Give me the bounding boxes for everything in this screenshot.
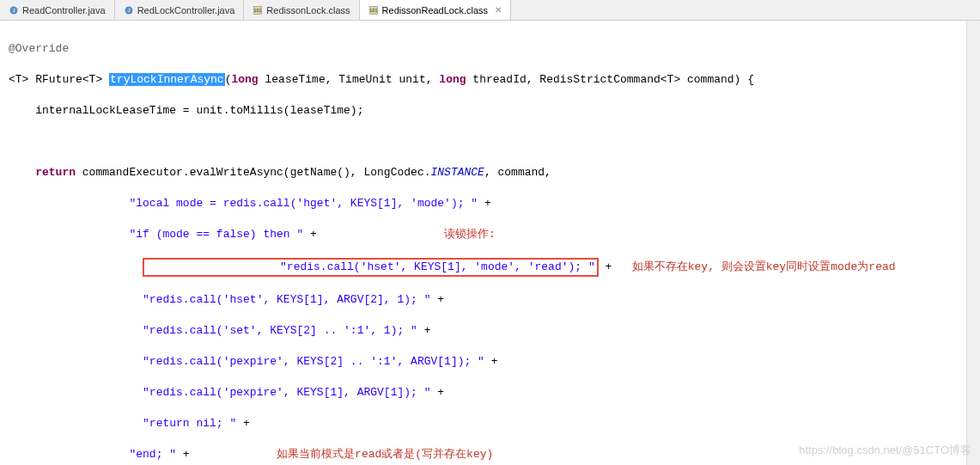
- lua-string: "if (mode == false) then ": [9, 228, 303, 241]
- lua-string: "return nil; ": [9, 417, 236, 430]
- class-file-icon: 101: [253, 5, 263, 15]
- lua-string: "redis.call('hset', KEYS[1], ARGV[2], 1)…: [9, 293, 430, 306]
- annotation-text: 如果不存在key, 则会设置key同时设置mode为read: [632, 260, 896, 273]
- lua-string: "end; ": [9, 448, 176, 461]
- svg-text:101: 101: [254, 8, 262, 13]
- watermark-text: https://blog.csdn.net/@51CTO博客: [799, 443, 971, 458]
- tab-label: RedissonLock.class: [266, 5, 350, 15]
- svg-text:J: J: [13, 8, 15, 13]
- tab-readcontroller[interactable]: J ReadController.java: [0, 0, 115, 20]
- lua-string: "redis.call('pexpire', KEYS[1], ARGV[1])…: [9, 386, 430, 399]
- return-kw: return: [9, 166, 76, 179]
- static-field: INSTANCE: [430, 166, 484, 179]
- close-icon[interactable]: ✕: [495, 5, 502, 15]
- highlighted-box: "redis.call('hset', KEYS[1], 'mode', 're…: [143, 258, 599, 277]
- svg-text:J: J: [127, 8, 130, 13]
- annotation-text: 如果当前模式是read或者是(写并存在key): [277, 448, 493, 461]
- annotation-text: 读锁操作:: [444, 228, 496, 241]
- tab-label: RedLockController.java: [137, 5, 235, 15]
- vertical-scrollbar[interactable]: [966, 21, 980, 465]
- tab-redissonlock[interactable]: 101 RedissonLock.class: [244, 0, 359, 20]
- tab-label: RedissonReadLock.class: [382, 5, 489, 15]
- tab-label: ReadController.java: [22, 5, 106, 15]
- tab-redlockcontroller[interactable]: J RedLockController.java: [115, 0, 245, 20]
- method-name-highlight: tryLockInnerAsync: [109, 73, 225, 86]
- java-file-icon: J: [124, 5, 134, 15]
- code-editor[interactable]: @Override <T> RFuture<T> tryLockInnerAsy…: [0, 21, 980, 465]
- lua-string: "redis.call('set', KEYS[2] .. ':1', 1); …: [9, 324, 417, 337]
- editor-tabs: J ReadController.java J RedLockControlle…: [0, 0, 980, 21]
- tab-redissonreadlock[interactable]: 101 RedissonReadLock.class ✕: [360, 0, 512, 20]
- svg-text:101: 101: [369, 8, 377, 13]
- class-file-icon: 101: [368, 5, 379, 15]
- lua-string: "local mode = redis.call('hget', KEYS[1]…: [9, 197, 478, 210]
- java-file-icon: J: [9, 5, 19, 15]
- generic-decl: <T> RFuture<T>: [9, 73, 109, 86]
- lua-string: "redis.call('pexpire', KEYS[2] .. ':1', …: [9, 355, 484, 368]
- code-line: internalLockLeaseTime = unit.toMillis(le…: [9, 104, 363, 117]
- annotation: @Override: [9, 42, 69, 55]
